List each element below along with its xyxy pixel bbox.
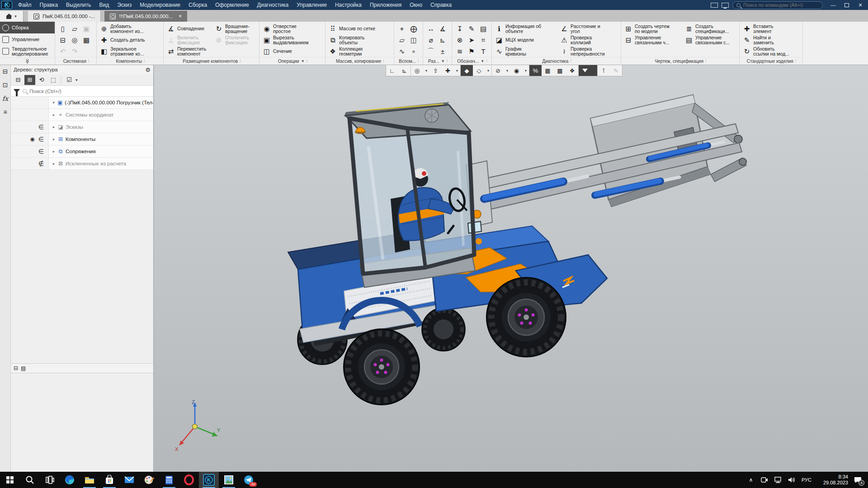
print-button[interactable]: ⊟ xyxy=(57,34,69,46)
expander-icon[interactable]: ▸ xyxy=(51,149,57,154)
include-mark-icon[interactable]: ∈ xyxy=(38,123,44,131)
dropdown-icon[interactable]: ▼ xyxy=(485,65,491,76)
clip-box-button[interactable]: ▦ xyxy=(542,65,554,76)
network-icon[interactable] xyxy=(772,473,784,487)
paint-icon[interactable] xyxy=(139,472,159,488)
edge-icon[interactable] xyxy=(60,472,80,488)
collapse-ribbon-icon[interactable]: ≪ xyxy=(24,59,30,64)
menu-assembly[interactable]: Сборка xyxy=(184,1,211,9)
dropdown-icon[interactable]: ▼ xyxy=(481,59,484,63)
menu-panel-icon[interactable]: ≡ xyxy=(1,108,10,117)
notification-center-button[interactable]: 4 xyxy=(850,473,865,487)
dropdown-icon[interactable]: ▼ xyxy=(441,59,445,63)
telegram-icon[interactable]: .42 xyxy=(239,472,259,488)
kompas-logo-icon[interactable]: K xyxy=(1,1,12,9)
simple-hole-button[interactable]: ◉Отверстие простое xyxy=(261,23,310,34)
zoom-button[interactable]: ◎ xyxy=(411,65,423,76)
file-explorer-icon[interactable] xyxy=(80,472,99,488)
aux-tool-icon[interactable]: ⌖ xyxy=(396,23,408,34)
gear-icon[interactable]: ⚙ xyxy=(145,66,151,73)
mass-properties-button[interactable]: ◪МЦХ модели xyxy=(494,34,558,46)
measure-button[interactable]: ⊺ xyxy=(598,65,610,76)
csys-box-button[interactable]: ⊾ xyxy=(398,65,410,76)
aux-tool-icon[interactable]: ∘ xyxy=(408,46,420,57)
variables-panel-icon[interactable]: fx xyxy=(1,94,10,103)
expander-icon[interactable]: ▸ xyxy=(51,125,57,129)
dimension-tool-icon[interactable]: ⊾ xyxy=(437,34,448,46)
aux-tool-icon[interactable]: ▱ xyxy=(396,34,408,46)
include-mark-icon[interactable]: ∈ xyxy=(38,136,44,143)
move-component-button[interactable]: ⇄Переместить компонент xyxy=(165,46,212,57)
mode-management[interactable]: Управление xyxy=(0,33,55,45)
hidden-icons-chevron[interactable]: ∧ xyxy=(745,473,757,487)
show-objects-button[interactable]: ◉ xyxy=(510,65,523,76)
continuity-check-button[interactable]: ≀Проверка непрерывности xyxy=(559,46,606,57)
hide-objects-button[interactable]: ⊘ xyxy=(492,65,504,76)
tree-search-input[interactable] xyxy=(29,89,151,94)
mode-assembly[interactable]: Сборка xyxy=(0,22,55,33)
notation-tool-icon[interactable]: ⊗ xyxy=(454,34,466,46)
dropdown-icon[interactable]: ▼ xyxy=(504,65,510,76)
shaded-display-button[interactable]: ◆ xyxy=(461,65,473,76)
3d-viewport[interactable]: ∟ ⊾ ◎ ▼ ⇧ ✚ ▼ ◆ ◇ ▼ ⊘ ▼ ◉ ▼ % ▦ ▩ xyxy=(154,65,868,472)
tree-row-excluded[interactable]: ∉ ▸ ⊠ Исключенные из расчета xyxy=(11,158,153,170)
parameters-panel-icon[interactable]: ⊡ xyxy=(1,80,10,89)
menu-select[interactable]: Выделить xyxy=(62,1,95,9)
grid-array-button[interactable]: ⠿Массив по сетке xyxy=(327,23,377,34)
dimension-tool-icon[interactable]: ⌒ xyxy=(425,46,437,57)
appearance-button[interactable]: ❖ xyxy=(566,65,578,76)
model-3d-loader[interactable] xyxy=(154,65,868,472)
menu-management[interactable]: Управление xyxy=(292,1,331,9)
notation-tool-icon[interactable]: ⌗ xyxy=(477,34,489,46)
tree-row-mates[interactable]: ∈ ▸ ⧉ Сопряжения xyxy=(11,145,153,158)
copy-objects-button[interactable]: ⧉Копировать объекты xyxy=(327,34,377,46)
structure-view-button[interactable]: ⊟ xyxy=(14,365,18,371)
open-document-button[interactable]: ▱ xyxy=(69,23,80,34)
tree-row-components[interactable]: ◉∈ ▸ ⊞ Компоненты xyxy=(11,133,153,145)
notation-tool-icon[interactable]: ⚑ xyxy=(466,46,477,57)
wireframe-display-button[interactable]: ◇ xyxy=(473,65,485,76)
save-as-button[interactable]: ▦ xyxy=(80,34,92,46)
clock[interactable]: 8:3429.08.2023 xyxy=(816,474,848,486)
tree-row-sketches[interactable]: ∈ ▸ ◪ Эскизы xyxy=(11,121,153,133)
tab-document-1[interactable]: ПмК.045.01.00.000 -... xyxy=(28,11,101,22)
ms-store-icon[interactable] xyxy=(99,472,119,488)
calculator-icon[interactable] xyxy=(159,472,179,488)
kompas-taskbar-icon[interactable]: K xyxy=(199,472,219,488)
start-button[interactable] xyxy=(0,472,20,488)
maximize-button[interactable] xyxy=(840,0,854,10)
section-display-button[interactable]: % xyxy=(529,65,542,76)
dropdown-icon[interactable]: ▾ xyxy=(75,78,78,82)
visibility-eye-icon[interactable]: ◉ xyxy=(30,136,34,142)
composition-view-button[interactable]: ▤ xyxy=(21,365,26,371)
menu-layout[interactable]: Оформление xyxy=(211,1,253,9)
mode-solid-modeling[interactable]: Твердотельное моделирование xyxy=(0,46,55,57)
manage-linked-specs-button[interactable]: ▤Управление связанными с... xyxy=(684,34,731,46)
create-part-button[interactable]: ✚Создать деталь xyxy=(99,34,146,46)
workspace-layout-icon[interactable] xyxy=(711,3,718,8)
insert-element-button[interactable]: ✚Вставить элемент xyxy=(741,23,791,34)
dimension-tool-icon[interactable]: ∡ xyxy=(437,23,448,34)
create-drawing-button[interactable]: ⊞Создать чертеж по модели xyxy=(623,23,683,34)
cut-extrude-button[interactable]: ▣Вырезать выдавливанием xyxy=(261,34,310,46)
object-info-button[interactable]: ℹИнформация об объекте xyxy=(494,23,558,34)
menu-view[interactable]: Вид xyxy=(95,1,113,9)
notation-tool-icon[interactable]: T xyxy=(477,46,489,57)
tree-structure-button[interactable]: ⊞ xyxy=(24,75,35,85)
expander-icon[interactable]: ▸ xyxy=(51,113,57,117)
local-csys-button[interactable]: ∟ xyxy=(386,65,398,76)
expander-icon[interactable]: ▸ xyxy=(51,137,57,141)
menu-help[interactable]: Справка xyxy=(426,1,456,9)
new-document-button[interactable]: ▯ xyxy=(57,23,69,34)
redo-button[interactable]: ↷ xyxy=(69,46,80,57)
preview-button[interactable]: ◎ xyxy=(69,34,80,46)
mail-icon[interactable] xyxy=(119,472,139,488)
dropdown-icon[interactable]: ▼ xyxy=(454,65,460,76)
tree-numbering-button[interactable]: ⊟ xyxy=(13,75,24,85)
create-specification-button[interactable]: ≣Создать спецификаци... xyxy=(684,23,731,34)
notation-tool-icon[interactable]: ↧ xyxy=(454,23,466,34)
collision-check-button[interactable]: ⚠Проверка коллизий xyxy=(559,34,606,46)
taskbar-search-icon[interactable] xyxy=(20,472,40,488)
dimension-tool-icon[interactable]: ⌀ xyxy=(425,34,437,46)
opera-icon[interactable] xyxy=(179,472,199,488)
